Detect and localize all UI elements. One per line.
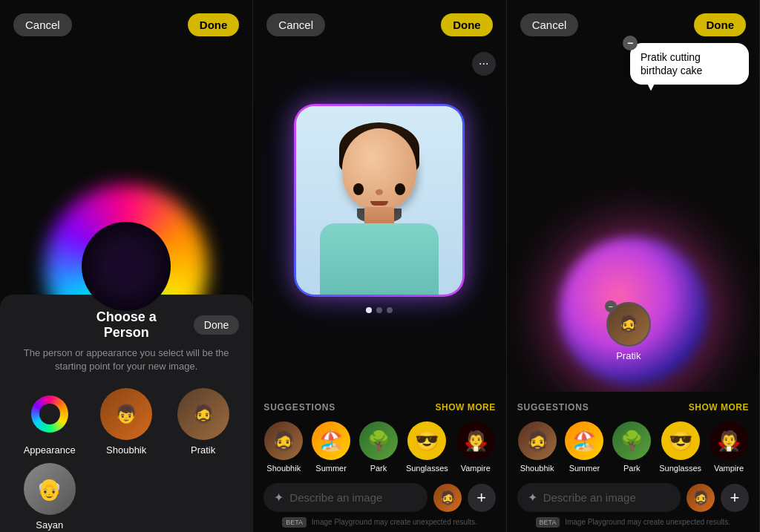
pratik-floating-avatar: − 🧔 — [606, 302, 651, 347]
panel3-done-button[interactable]: Done — [694, 13, 746, 36]
person-name-sayan: Sayan — [36, 519, 63, 531]
sheet-title: Choose a Person — [88, 309, 163, 341]
suggestions-label-3: SUGGESTIONS — [517, 402, 589, 413]
suggestion-icon-sunglasses-3: 😎 — [661, 421, 700, 460]
suggestion-shoubhik-3[interactable]: 🧔 Shoubhik — [517, 421, 557, 473]
panel-2: Cancel Done ··· — [253, 0, 506, 532]
beta-disclaimer-2: Image Playground may create unexpected r… — [312, 518, 477, 526]
plus-button-2[interactable]: + — [468, 484, 496, 512]
person-grid: Appearance 👦 Shoubhik 🧔 Pratik 👴 Sayan — [13, 388, 239, 531]
suggestion-park-3[interactable]: 🌳 Park — [612, 421, 652, 473]
search-placeholder-3: Describe an image — [543, 491, 636, 504]
avatar-pratik: 🧔 — [177, 388, 229, 440]
suggestion-summer-3[interactable]: 🏖️ Summer — [565, 421, 605, 473]
show-more-button-3[interactable]: SHOW MORE — [689, 402, 749, 413]
person-name-appearance: Appearance — [24, 444, 76, 456]
suggestion-icon-shoubhik-3: 🧔 — [518, 421, 557, 460]
dot-3 — [387, 307, 393, 313]
panel-3: Cancel Done − Pratik cutting birthday ca… — [507, 0, 760, 532]
suggestion-icon-park-2: 🌳 — [359, 421, 398, 460]
profile-chip-2[interactable]: 🧔 — [433, 484, 462, 512]
suggestion-icon-sunglasses-2: 😎 — [407, 421, 446, 460]
appearance-orb-icon — [31, 395, 68, 433]
avatar-shoubhik: 👦 — [100, 388, 152, 440]
person-item-sayan[interactable]: 👴 Sayan — [13, 463, 85, 531]
suggestion-icon-summer-2: 🏖️ — [312, 421, 350, 460]
sheet-done-button[interactable]: Done — [194, 315, 239, 335]
search-placeholder-2: Describe an image — [289, 491, 382, 504]
dots-indicator — [366, 307, 393, 313]
suggestion-name-vampire-3: Vampire — [714, 464, 744, 473]
suggestions-header-2: SUGGESTIONS SHOW MORE — [263, 402, 495, 413]
char-head — [342, 128, 416, 210]
panel1-cancel-button[interactable]: Cancel — [13, 13, 72, 36]
suggestions-header-3: SUGGESTIONS SHOW MORE — [517, 402, 749, 413]
suggestion-name-sunglasses-3: Sunglasses — [659, 464, 701, 473]
suggestion-sunglasses-2[interactable]: 😎 Sunglasses — [406, 421, 448, 473]
sheet-header: Choose a Person Done — [13, 309, 239, 341]
panel3-topbar: Cancel Done — [507, 0, 759, 36]
panel3-cancel-button[interactable]: Cancel — [520, 13, 579, 36]
panel2-topbar: Cancel Done — [253, 0, 505, 36]
search-input-wrap-3[interactable]: ✦ Describe an image — [517, 483, 681, 512]
panel1-topbar: Cancel Done — [0, 0, 252, 36]
search-bar-3: ✦ Describe an image 🧔 + — [517, 483, 749, 518]
panel1-done-button[interactable]: Done — [188, 13, 240, 36]
panel2-cancel-button[interactable]: Cancel — [266, 13, 325, 36]
panel3-suggestions-area: SUGGESTIONS SHOW MORE 🧔 Shoubhik 🏖️ Summ… — [507, 392, 759, 532]
suggestion-name-park-2: Park — [370, 464, 387, 473]
suggestion-name-summer-3: Summer — [569, 464, 600, 473]
speech-bubble: − Pratik cutting birthday cake — [630, 43, 749, 85]
panel-1: Cancel Done Choose a Person Done The per… — [0, 0, 253, 532]
person-name-shoubhik: Shoubhik — [106, 444, 146, 456]
suggestion-vampire-3[interactable]: 🧛 Vampire — [709, 421, 749, 473]
suggestion-park-2[interactable]: 🌳 Park — [358, 421, 399, 473]
suggestion-items-3: 🧔 Shoubhik 🏖️ Summer 🌳 Park 😎 Sunglasses… — [517, 421, 749, 473]
beta-text-2: BETA Image Playground may create unexpec… — [263, 518, 495, 532]
panel2-suggestions-area: SUGGESTIONS SHOW MORE 🧔 Shoubhik 🏖️ Summ… — [253, 392, 505, 532]
pratik-minus-icon[interactable]: − — [605, 301, 617, 312]
more-options-button[interactable]: ··· — [472, 52, 496, 76]
person-item-appearance[interactable]: Appearance — [13, 388, 85, 456]
show-more-button-2[interactable]: SHOW MORE — [435, 402, 495, 413]
person-item-pratik[interactable]: 🧔 Pratik — [167, 388, 239, 456]
search-input-wrap-2[interactable]: ✦ Describe an image — [263, 483, 427, 512]
suggestion-name-vampire-2: Vampire — [461, 464, 491, 473]
suggestion-summer-2[interactable]: 🏖️ Summer — [311, 421, 351, 473]
suggestion-icon-summer-3: 🏖️ — [565, 421, 603, 460]
cartoon-character — [296, 106, 462, 295]
speech-bubble-text: Pratik cutting birthday cake — [641, 51, 702, 76]
beta-text-3: BETA Image Playground may create unexpec… — [517, 518, 749, 532]
plus-button-3[interactable]: + — [721, 484, 749, 512]
bubble-minus-icon[interactable]: − — [623, 36, 638, 50]
suggestion-vampire-2[interactable]: 🧛 Vampire — [456, 421, 496, 473]
avatar-sayan: 👴 — [24, 463, 76, 515]
suggestion-sunglasses-3[interactable]: 😎 Sunglasses — [659, 421, 701, 473]
suggestion-shoubhik-2[interactable]: 🧔 Shoubhik — [263, 421, 304, 473]
dot-2 — [376, 307, 382, 313]
beta-badge-3: BETA — [536, 517, 560, 528]
suggestion-name-shoubhik-3: Shoubhik — [520, 464, 554, 473]
person-item-shoubhik[interactable]: 👦 Shoubhik — [90, 388, 162, 456]
profile-chip-3[interactable]: 🧔 — [687, 484, 715, 512]
suggestion-name-shoubhik-2: Shoubhik — [266, 464, 301, 473]
person-name-pratik: Pratik — [191, 444, 215, 456]
char-eye-right — [395, 183, 405, 195]
suggestion-name-summer-2: Summer — [315, 464, 347, 473]
choose-person-sheet: Choose a Person Done The person or appea… — [0, 295, 252, 532]
suggestion-icon-park-3: 🌳 — [612, 421, 651, 460]
sheet-subtitle: The person or appearance you select will… — [13, 347, 239, 373]
suggestion-items-2: 🧔 Shoubhik 🏖️ Summer 🌳 Park 😎 Sunglasses… — [263, 421, 495, 473]
suggestion-icon-vampire-2: 🧛 — [456, 421, 495, 460]
char-eye-left — [353, 183, 364, 195]
search-bar-2: ✦ Describe an image 🧔 + — [263, 483, 495, 518]
pratik-floating-name: Pratik — [616, 350, 641, 361]
char-body — [320, 223, 439, 295]
avatar-image-container — [294, 104, 465, 297]
search-sparkle-icon-3: ✦ — [528, 490, 537, 505]
avatar-appearance — [24, 388, 76, 440]
panel2-done-button[interactable]: Done — [441, 13, 493, 36]
suggestions-label-2: SUGGESTIONS — [263, 402, 335, 413]
suggestion-name-park-3: Park — [623, 464, 641, 473]
person-floating-pratik: − 🧔 Pratik — [606, 302, 651, 361]
